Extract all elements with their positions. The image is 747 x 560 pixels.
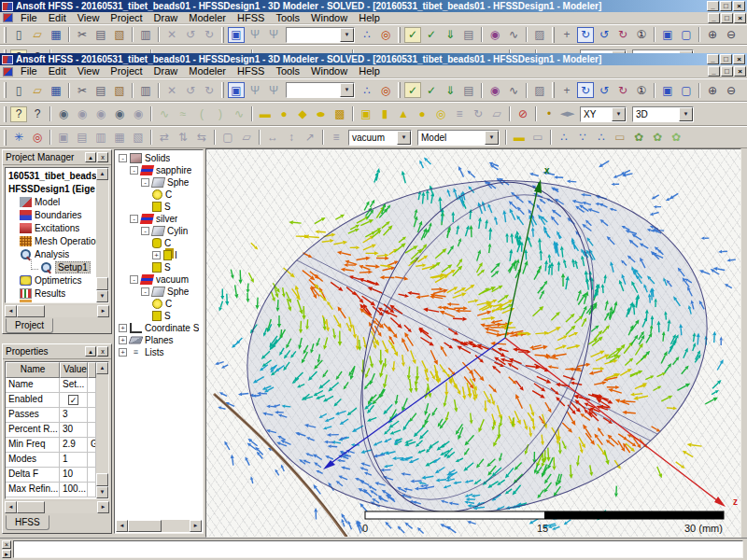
- restore-button[interactable]: □: [720, 1, 732, 11]
- draw-polygon-icon[interactable]: ◆: [294, 49, 311, 54]
- cut-icon[interactable]: ✂: [74, 27, 91, 43]
- property-value[interactable]: 30: [60, 423, 88, 438]
- udp-icon[interactable]: ⊘: [514, 106, 531, 122]
- rotate-screen-icon[interactable]: ↻: [614, 27, 631, 43]
- draw-cylinder-icon[interactable]: ▮: [376, 106, 393, 122]
- distributed-analysis-icon[interactable]: Ψ: [265, 82, 282, 98]
- view-mode-combo[interactable]: 3D▼: [632, 106, 694, 122]
- paste-icon[interactable]: ▧: [111, 82, 128, 98]
- minimize-button[interactable]: _: [707, 1, 719, 11]
- scrollbar-thumb[interactable]: [96, 473, 108, 486]
- duplicate-line-icon[interactable]: ⇄: [156, 130, 173, 146]
- drawing-plane-combo[interactable]: XY▼: [580, 106, 627, 122]
- model-tree-item-s[interactable]: S: [117, 310, 203, 322]
- menu-file[interactable]: File: [15, 65, 43, 77]
- fit-selection-icon[interactable]: ◉: [74, 49, 91, 54]
- move-icon[interactable]: ↔: [264, 130, 281, 146]
- property-value[interactable]: ✓: [60, 393, 88, 408]
- project-tree-item-excitations[interactable]: Excitations: [7, 221, 96, 234]
- zoom-realsize-icon[interactable]: ①: [633, 27, 650, 43]
- window2-titlebar[interactable]: Ansoft HFSS - 20160531_tibet_beads01 - H…: [0, 53, 747, 65]
- minimize-button[interactable]: _: [707, 54, 719, 64]
- intersect-icon[interactable]: ▥: [92, 130, 109, 146]
- model-tree-item-sphe[interactable]: -Sphe: [117, 176, 203, 189]
- copy-icon[interactable]: ▤: [92, 82, 109, 98]
- rotate-axis-icon[interactable]: ↺: [596, 27, 613, 43]
- menu-hfss[interactable]: HFSS: [232, 12, 270, 24]
- distributed-analysis-icon[interactable]: Ψ: [265, 27, 282, 43]
- menu-tools[interactable]: Tools: [270, 12, 305, 24]
- model-tree-item-c[interactable]: C: [117, 189, 203, 201]
- polyline-icon[interactable]: ∿: [156, 106, 173, 122]
- spline-icon[interactable]: ≈: [175, 106, 191, 122]
- toolbar-grip[interactable]: [221, 27, 224, 43]
- submit-job-icon[interactable]: ⇓: [442, 82, 458, 98]
- model-tree-item-i[interactable]: +I: [117, 249, 203, 261]
- mdi-close-button[interactable]: ×: [734, 13, 746, 23]
- project-tree-item[interactable]: [7, 300, 96, 302]
- toolbar-grip[interactable]: [552, 27, 555, 43]
- menu-help[interactable]: Help: [353, 12, 386, 24]
- fields-e-icon[interactable]: ∴: [556, 130, 572, 146]
- draw-polygon-icon[interactable]: ◆: [294, 106, 311, 122]
- draw-region-icon[interactable]: ▩: [331, 49, 348, 54]
- combo-dropdown-icon[interactable]: ▼: [679, 107, 693, 121]
- model-tree-item-sphe[interactable]: -Sphe: [117, 286, 203, 298]
- scroll-right-icon[interactable]: ►: [190, 520, 202, 532]
- combo-dropdown-icon[interactable]: ▼: [340, 83, 354, 97]
- collapse-icon[interactable]: -: [141, 178, 149, 187]
- model-tree-hscrollbar[interactable]: ◄ ►: [116, 520, 202, 532]
- draw-plane-icon[interactable]: ◆: [559, 106, 576, 122]
- menu-help[interactable]: Help: [353, 65, 386, 77]
- rotate-copy-icon[interactable]: ↕: [283, 130, 300, 146]
- model-tree-item-vacuum[interactable]: -vacuum: [117, 273, 203, 286]
- redo-icon[interactable]: ↻: [201, 82, 218, 98]
- object-type-combo[interactable]: Model▼: [417, 130, 500, 146]
- solution-data-icon[interactable]: ◉: [486, 82, 503, 98]
- scroll-right-icon[interactable]: ►: [97, 305, 109, 317]
- edit-notes-icon[interactable]: ▤: [460, 27, 477, 43]
- remote-machine-icon[interactable]: Ψ: [247, 82, 263, 98]
- property-row-max-refin-[interactable]: Max Refin...100...: [6, 483, 96, 497]
- project-tree-item-results[interactable]: Results: [7, 287, 96, 300]
- scale-icon[interactable]: ▢: [219, 130, 236, 146]
- close-button[interactable]: ×: [733, 54, 745, 64]
- fit-all-icon[interactable]: ◉: [55, 106, 72, 122]
- print-icon[interactable]: ▥: [137, 82, 154, 98]
- mdi-minimize-button[interactable]: _: [708, 13, 720, 23]
- hide-selection-icon[interactable]: ◉: [92, 106, 109, 122]
- menu-window[interactable]: Window: [305, 12, 353, 24]
- project-tree-item-mesh-operations[interactable]: Mesh Operations: [7, 234, 96, 247]
- scrollbar-thumb[interactable]: [128, 520, 162, 532]
- visibility-icon[interactable]: ◉: [130, 49, 147, 54]
- scrollbar-thumb[interactable]: [96, 277, 108, 290]
- solve-profile-icon[interactable]: ∿: [505, 27, 522, 43]
- variables-icon[interactable]: ∴: [359, 82, 375, 98]
- cut-icon[interactable]: ✂: [74, 82, 91, 98]
- property-value[interactable]: 100...: [60, 483, 88, 497]
- wireframe-icon[interactable]: ▭: [529, 130, 546, 146]
- scroll-left-icon[interactable]: ◄: [116, 520, 128, 532]
- toolbar-grip[interactable]: [4, 27, 7, 43]
- draw-circle-icon[interactable]: ●: [275, 106, 292, 122]
- zoom-realsize-icon[interactable]: ①: [633, 82, 650, 98]
- draw-sphere-icon[interactable]: ●: [414, 49, 430, 54]
- duplicate-mirror-icon[interactable]: ⇆: [193, 130, 210, 146]
- radiation-3-icon[interactable]: ✿: [668, 130, 684, 146]
- menu-modeler[interactable]: Modeler: [183, 65, 232, 77]
- submit-job-icon[interactable]: ⇓: [442, 27, 458, 43]
- context-help-icon[interactable]: ?: [29, 106, 46, 122]
- zoom-out-window-icon[interactable]: ▢: [678, 27, 695, 43]
- close-panel-icon[interactable]: x: [97, 346, 108, 357]
- delete-icon[interactable]: ✕: [163, 82, 180, 98]
- mdi-restore-button[interactable]: □: [721, 13, 733, 23]
- combo-dropdown-icon[interactable]: ▼: [612, 107, 626, 121]
- wcs-icon[interactable]: ◎: [29, 130, 46, 146]
- project-tree-hscrollbar[interactable]: ◄ ►: [5, 305, 109, 317]
- validate-icon[interactable]: ✓: [404, 82, 421, 98]
- zoom-out-icon[interactable]: ⊖: [723, 27, 740, 43]
- toolbar-grip[interactable]: [4, 49, 7, 54]
- paste-icon[interactable]: ▧: [111, 27, 128, 43]
- message-area[interactable]: [13, 540, 743, 558]
- validate-icon[interactable]: ✓: [404, 27, 421, 43]
